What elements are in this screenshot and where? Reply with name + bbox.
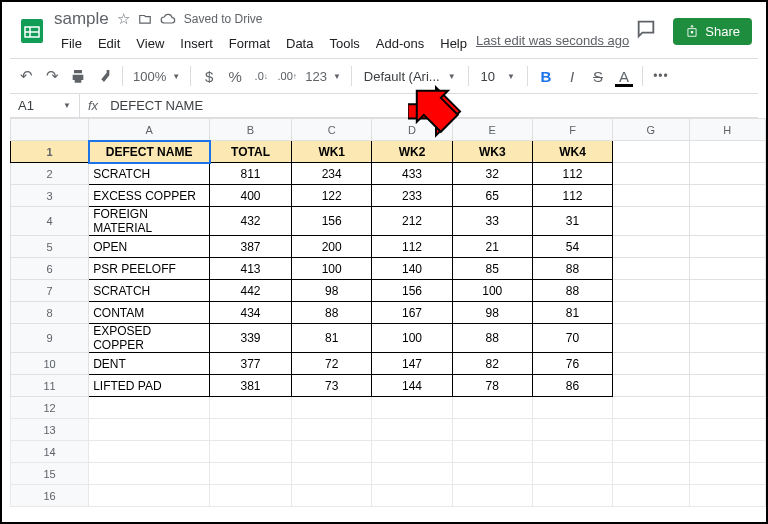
row-header[interactable]: 10 [11,353,89,375]
cell[interactable]: 433 [372,163,452,185]
share-button[interactable]: Share [673,18,752,45]
row-header[interactable]: 15 [11,463,89,485]
cell[interactable]: 86 [532,375,612,397]
cell[interactable]: WK4 [532,141,612,163]
col-header-a[interactable]: A [89,119,210,141]
cell[interactable]: TOTAL [210,141,292,163]
cell[interactable] [613,397,689,419]
cell[interactable]: WK1 [292,141,372,163]
undo-button[interactable]: ↶ [14,64,38,88]
cell[interactable]: 377 [210,353,292,375]
cell[interactable] [689,141,765,163]
select-all-corner[interactable] [11,119,89,141]
row-header[interactable]: 9 [11,324,89,353]
cloud-saved-icon[interactable] [160,13,176,25]
cell[interactable]: 72 [292,353,372,375]
cell[interactable]: LIFTED PAD [89,375,210,397]
cell[interactable]: OPEN [89,236,210,258]
cell[interactable] [689,324,765,353]
cell[interactable] [452,463,532,485]
cell[interactable]: 33 [452,207,532,236]
cell[interactable]: 100 [372,324,452,353]
cell[interactable] [689,302,765,324]
cell[interactable]: 100 [452,280,532,302]
cell[interactable]: 387 [210,236,292,258]
dec-decimal-button[interactable]: .0↓ [249,64,273,88]
cell[interactable] [689,185,765,207]
cell[interactable] [689,258,765,280]
cell[interactable]: 73 [292,375,372,397]
font-select[interactable]: Default (Ari...▼ [358,69,462,84]
cell-reference[interactable]: A1▼ [10,94,80,117]
cell[interactable] [532,485,612,507]
cell[interactable]: 400 [210,185,292,207]
text-color-button[interactable]: A [612,64,636,88]
cell[interactable]: WK2 [372,141,452,163]
cell[interactable] [689,463,765,485]
sheets-logo[interactable] [16,15,48,47]
cell[interactable]: 112 [532,163,612,185]
cell[interactable] [689,353,765,375]
cell[interactable] [372,419,452,441]
cell[interactable] [532,397,612,419]
cell[interactable] [689,485,765,507]
menu-addons[interactable]: Add-ons [369,33,431,54]
menu-insert[interactable]: Insert [173,33,220,54]
col-header-g[interactable]: G [613,119,689,141]
italic-button[interactable]: I [560,64,584,88]
menu-format[interactable]: Format [222,33,277,54]
cell[interactable] [89,463,210,485]
row-header[interactable]: 4 [11,207,89,236]
cell[interactable] [689,441,765,463]
cell[interactable] [210,463,292,485]
cell[interactable] [372,463,452,485]
last-edit-link[interactable]: Last edit was seconds ago [476,33,629,54]
cell[interactable]: 122 [292,185,372,207]
cell[interactable]: 112 [372,236,452,258]
print-button[interactable] [66,64,90,88]
cell[interactable]: 234 [292,163,372,185]
cell[interactable]: 233 [372,185,452,207]
cell[interactable]: 82 [452,353,532,375]
cell[interactable]: WK3 [452,141,532,163]
cell[interactable]: 339 [210,324,292,353]
cell[interactable]: DENT [89,353,210,375]
cell[interactable]: 32 [452,163,532,185]
cell[interactable] [292,419,372,441]
percent-button[interactable]: % [223,64,247,88]
cell[interactable]: 88 [532,280,612,302]
cell[interactable] [613,485,689,507]
cell[interactable] [292,441,372,463]
cell[interactable]: 156 [372,280,452,302]
cell[interactable] [452,419,532,441]
cell[interactable] [532,441,612,463]
row-header[interactable]: 11 [11,375,89,397]
cell[interactable]: 140 [372,258,452,280]
cell[interactable]: 81 [532,302,612,324]
cell[interactable] [689,207,765,236]
menu-file[interactable]: File [54,33,89,54]
menu-data[interactable]: Data [279,33,320,54]
font-size-select[interactable]: 10▼ [475,69,521,84]
row-header[interactable]: 13 [11,419,89,441]
menu-edit[interactable]: Edit [91,33,127,54]
cell[interactable]: CONTAM [89,302,210,324]
cell[interactable] [89,397,210,419]
cell[interactable]: 88 [292,302,372,324]
cell[interactable] [613,207,689,236]
cell[interactable] [613,141,689,163]
currency-button[interactable]: $ [197,64,221,88]
row-header[interactable]: 8 [11,302,89,324]
row-header[interactable]: 6 [11,258,89,280]
cell[interactable]: 88 [452,324,532,353]
cell[interactable] [689,397,765,419]
cell[interactable] [292,485,372,507]
cell[interactable] [210,397,292,419]
cell[interactable]: 76 [532,353,612,375]
cell[interactable]: 98 [452,302,532,324]
cell[interactable] [372,485,452,507]
cell[interactable] [613,353,689,375]
cell[interactable] [210,419,292,441]
row-header[interactable]: 12 [11,397,89,419]
menu-help[interactable]: Help [433,33,474,54]
